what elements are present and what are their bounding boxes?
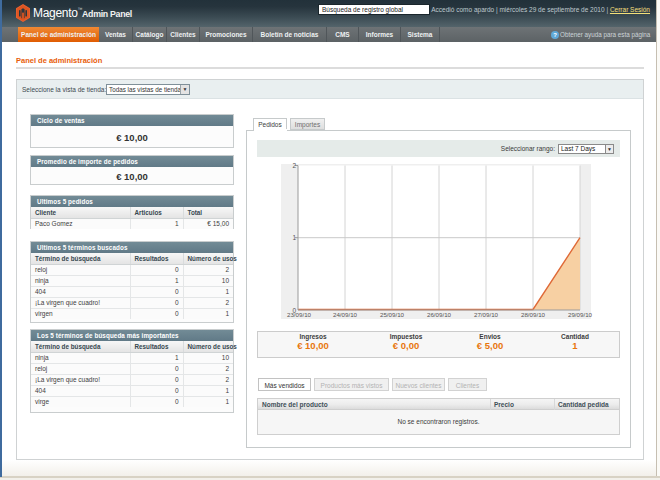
svg-text:27/09/10: 27/09/10 — [474, 311, 499, 318]
svg-text:1: 1 — [292, 234, 296, 241]
svg-text:29/09/10: 29/09/10 — [568, 311, 593, 318]
svg-text:2: 2 — [292, 162, 296, 169]
svg-text:23/09/10: 23/09/10 — [287, 311, 312, 318]
svg-text:25/09/10: 25/09/10 — [380, 311, 405, 318]
svg-text:26/09/10: 26/09/10 — [427, 311, 452, 318]
svg-text:24/09/10: 24/09/10 — [333, 311, 358, 318]
svg-text:28/09/10: 28/09/10 — [521, 311, 546, 318]
